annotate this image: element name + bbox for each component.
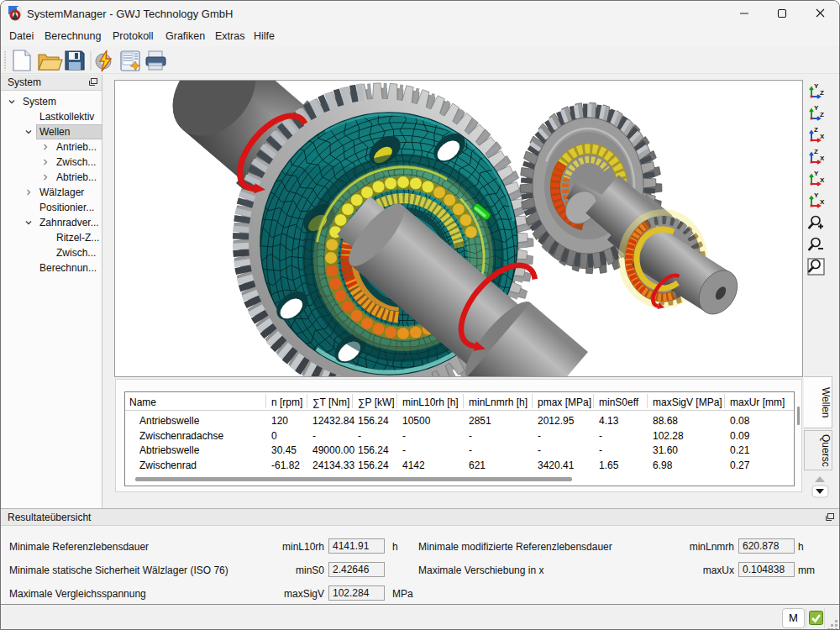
svg-text:Y: Y — [814, 171, 819, 177]
svg-text:Z: Z — [820, 111, 824, 118]
svg-text:X: X — [820, 198, 825, 206]
svg-text:Z: Z — [814, 127, 818, 134]
svg-text:X: X — [820, 133, 825, 140]
svg-text:Y: Y — [814, 83, 819, 90]
svg-text:Y: Y — [814, 105, 819, 112]
svg-text:Y: Y — [814, 192, 819, 199]
svg-text:Z: Z — [820, 89, 824, 97]
svg-text:X: X — [820, 176, 825, 184]
svg-text:Z: Z — [814, 149, 818, 155]
svg-text:X: X — [820, 155, 825, 162]
